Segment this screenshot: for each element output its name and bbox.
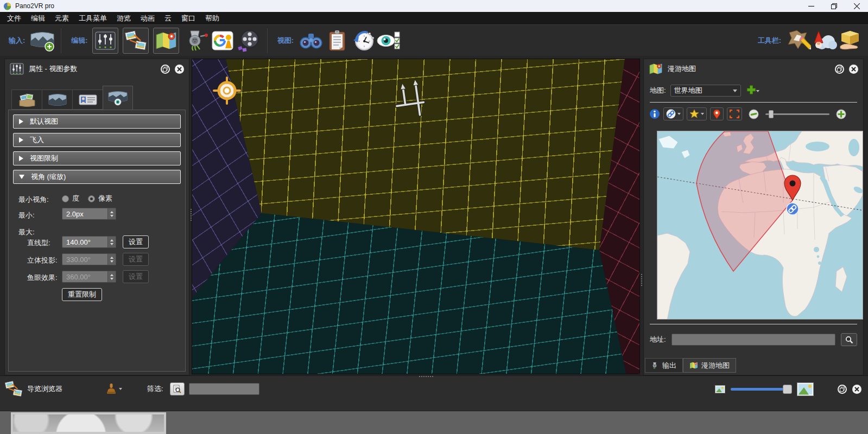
menu-animation[interactable]: 动画 (136, 12, 160, 24)
min-fov-input[interactable]: 2.0px (62, 208, 116, 220)
menu-tour[interactable]: 游览 (112, 12, 136, 24)
tab-panoramas[interactable] (11, 90, 42, 110)
panorama-list[interactable] (0, 411, 868, 434)
spinner-buttons[interactable] (107, 271, 116, 282)
fisheye-input[interactable]: 360.00° (62, 271, 116, 283)
gnome-cloud-button[interactable] (812, 28, 838, 54)
panorama-thumbnail[interactable] (11, 412, 166, 434)
panorama-icon (48, 93, 67, 106)
find-panoramas-button[interactable] (298, 28, 324, 54)
tour-browser-icon (4, 380, 23, 398)
splitter-handle-bottom[interactable] (419, 376, 433, 377)
stereographic-set-button: 设置 (123, 253, 149, 266)
components-button[interactable] (838, 28, 864, 54)
maximize-button[interactable] (822, 0, 845, 12)
map-link-marker[interactable] (787, 203, 799, 215)
tab-panorama-properties[interactable] (42, 90, 72, 110)
default-view-target-icon[interactable] (213, 76, 241, 105)
app-icon (3, 2, 11, 10)
filter-search-button[interactable] (170, 382, 185, 395)
divider (650, 102, 857, 103)
radio-degrees[interactable]: 度 (62, 194, 79, 203)
add-panorama-button[interactable] (29, 28, 55, 54)
spinner-buttons[interactable] (107, 208, 116, 219)
float-panel-button[interactable] (835, 65, 844, 74)
thumbnail-size-handle[interactable] (783, 385, 792, 394)
stamp-menu-button[interactable] (106, 383, 122, 395)
panorama-viewport[interactable] (192, 59, 640, 374)
close-panel-button[interactable] (852, 385, 861, 394)
chevron-down-icon (701, 113, 704, 115)
tour-browser-button[interactable] (123, 28, 149, 54)
dock-tab-tour-map[interactable]: 漫游地图 (683, 358, 736, 373)
reset-limits-button[interactable]: 重置限制 (62, 288, 102, 301)
menu-tools[interactable]: 工具菜单 (74, 12, 112, 24)
pin-mode-button[interactable] (710, 107, 724, 120)
tab-metadata[interactable] (72, 90, 103, 110)
info-button[interactable] (649, 108, 660, 119)
float-panel-button[interactable] (838, 385, 847, 394)
min-fov-value: 2.0px (62, 210, 107, 218)
map-select[interactable]: 世界地图 (670, 85, 741, 97)
map-zoom-slider[interactable] (765, 113, 829, 115)
section-fov-zoom[interactable]: 视角 (缩放) (13, 170, 181, 184)
dock-tab-output[interactable]: 输出 (645, 358, 683, 373)
north-marker[interactable] (392, 80, 435, 123)
chevron-down-icon (119, 388, 122, 390)
menu-edit[interactable]: 编辑 (26, 12, 50, 24)
stereographic-input[interactable]: 330.00° (62, 253, 116, 265)
mixer-icon (95, 31, 116, 50)
output-button[interactable] (183, 28, 210, 54)
skin-editor-button[interactable] (785, 28, 812, 54)
radio-circle-icon (62, 195, 69, 202)
section-view-limits[interactable]: 视图限制 (13, 151, 181, 165)
section-fly-in[interactable]: 飞入 (13, 133, 181, 147)
section-label: 视图限制 (30, 154, 58, 163)
tab-viewing-parameters[interactable] (103, 86, 133, 110)
close-icon (854, 387, 859, 392)
spinner-buttons[interactable] (107, 237, 116, 247)
map-zoom-handle[interactable] (769, 110, 774, 118)
properties-button[interactable] (324, 28, 350, 54)
link-mode-button[interactable] (663, 107, 683, 120)
hand-box-icon (838, 30, 863, 52)
menu-window[interactable]: 窗口 (176, 12, 200, 24)
visibility-button[interactable] (376, 28, 402, 54)
radio-pixels[interactable]: 像素 (88, 194, 112, 203)
menu-cloud[interactable]: 云 (160, 12, 176, 24)
video-output-button[interactable] (236, 28, 262, 54)
google-maps-icon (212, 30, 233, 52)
splitter-handle-right[interactable] (641, 274, 642, 286)
rectilinear-set-button[interactable]: 设置 (123, 235, 149, 248)
address-input[interactable] (671, 334, 835, 346)
menu-file[interactable]: 文件 (2, 12, 26, 24)
time-button[interactable] (350, 28, 376, 54)
float-icon (837, 67, 842, 72)
world-map[interactable] (657, 131, 863, 320)
zoom-in-button[interactable] (836, 109, 846, 119)
menu-elements[interactable]: 元素 (50, 12, 74, 24)
zoom-out-button[interactable] (749, 109, 759, 119)
close-panel-button[interactable] (175, 65, 184, 74)
filter-input[interactable] (189, 383, 259, 395)
thumbnail-size-slider[interactable] (731, 388, 791, 391)
add-map-button[interactable] (745, 85, 759, 96)
panorama-stack-icon (18, 93, 36, 107)
tour-browser-title: 导览浏览器 (27, 384, 62, 394)
viewing-parameters-button[interactable] (92, 28, 118, 54)
close-button[interactable] (845, 0, 868, 12)
link-icon (666, 109, 676, 119)
tour-map-button[interactable] (153, 28, 179, 54)
close-panel-button[interactable] (849, 65, 858, 74)
spinner-buttons[interactable] (107, 254, 116, 265)
rectilinear-input[interactable]: 140.00° (62, 236, 116, 248)
fit-map-button[interactable] (727, 107, 742, 120)
minimize-button[interactable] (800, 0, 822, 12)
google-streetview-button[interactable] (210, 28, 236, 54)
float-panel-button[interactable] (161, 65, 170, 74)
menu-help[interactable]: 帮助 (200, 12, 224, 24)
section-default-view[interactable]: 默认视图 (13, 114, 181, 129)
map-label: 地图: (650, 86, 666, 95)
marker-style-button[interactable] (687, 107, 707, 120)
address-search-button[interactable] (841, 333, 857, 346)
